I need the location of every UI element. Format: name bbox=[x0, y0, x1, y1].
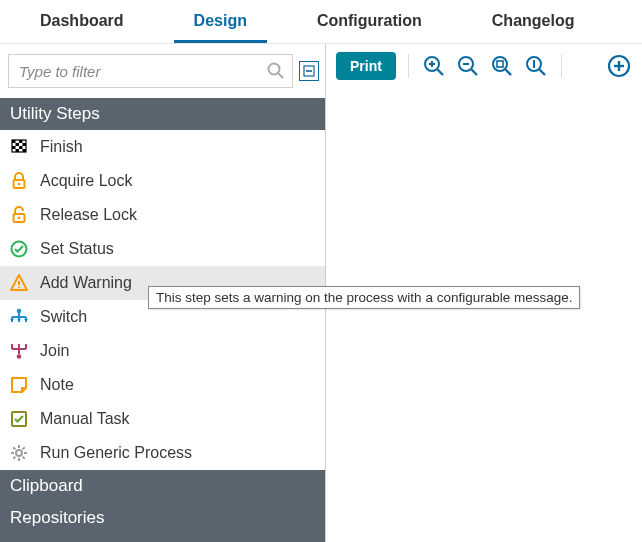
svg-line-1 bbox=[279, 74, 284, 79]
step-label: Run Generic Process bbox=[40, 444, 317, 462]
acquire-lock-icon bbox=[8, 170, 30, 192]
section-resource-tools[interactable]: Resource Tools bbox=[0, 534, 325, 542]
filter-input-wrap bbox=[8, 54, 293, 88]
tab-changelog[interactable]: Changelog bbox=[472, 2, 595, 43]
svg-line-50 bbox=[505, 70, 511, 76]
note-icon bbox=[8, 374, 30, 396]
step-label: Switch bbox=[40, 308, 317, 326]
svg-rect-6 bbox=[19, 140, 23, 143]
step-tooltip: This step sets a warning on the process … bbox=[148, 286, 580, 309]
step-note[interactable]: Note bbox=[0, 368, 325, 402]
step-label: Release Lock bbox=[40, 206, 317, 224]
canvas-toolbar: Print bbox=[326, 44, 642, 88]
search-icon[interactable] bbox=[260, 61, 292, 81]
warning-icon bbox=[8, 272, 30, 294]
svg-point-0 bbox=[269, 64, 280, 75]
manual-task-icon bbox=[8, 408, 30, 430]
step-label: Join bbox=[40, 342, 317, 360]
switch-icon bbox=[8, 306, 30, 328]
svg-rect-11 bbox=[16, 149, 20, 152]
zoom-fit-icon[interactable] bbox=[489, 53, 515, 79]
add-icon[interactable] bbox=[606, 53, 632, 79]
svg-line-40 bbox=[23, 447, 25, 449]
step-label: Finish bbox=[40, 138, 317, 156]
zoom-actual-icon[interactable] bbox=[523, 53, 549, 79]
tab-configuration[interactable]: Configuration bbox=[297, 2, 442, 43]
join-icon bbox=[8, 340, 30, 362]
separator bbox=[408, 54, 409, 78]
step-label: Note bbox=[40, 376, 317, 394]
svg-rect-5 bbox=[12, 140, 16, 143]
svg-point-19 bbox=[18, 287, 20, 289]
step-label: Manual Task bbox=[40, 410, 317, 428]
tab-dashboard[interactable]: Dashboard bbox=[20, 2, 144, 43]
svg-rect-51 bbox=[497, 61, 503, 67]
svg-point-20 bbox=[17, 309, 22, 314]
release-lock-icon bbox=[8, 204, 30, 226]
step-set-status[interactable]: Set Status bbox=[0, 232, 325, 266]
collapse-palette-button[interactable] bbox=[299, 61, 319, 81]
step-label: Acquire Lock bbox=[40, 172, 317, 190]
separator bbox=[561, 54, 562, 78]
step-manual-task[interactable]: Manual Task bbox=[0, 402, 325, 436]
step-finish[interactable]: Finish bbox=[0, 130, 325, 164]
svg-line-41 bbox=[13, 457, 15, 459]
step-release-lock[interactable]: Release Lock bbox=[0, 198, 325, 232]
section-repositories[interactable]: Repositories bbox=[0, 502, 325, 534]
svg-line-43 bbox=[437, 70, 443, 76]
svg-line-47 bbox=[471, 70, 477, 76]
zoom-out-icon[interactable] bbox=[455, 53, 481, 79]
svg-line-38 bbox=[13, 447, 15, 449]
svg-rect-9 bbox=[12, 146, 16, 149]
svg-point-14 bbox=[18, 183, 21, 186]
top-tabs: Dashboard Design Configuration Changelog bbox=[0, 0, 642, 44]
print-button[interactable]: Print bbox=[336, 52, 396, 80]
svg-rect-12 bbox=[23, 149, 27, 152]
svg-line-53 bbox=[539, 70, 545, 76]
step-join[interactable]: Join bbox=[0, 334, 325, 368]
svg-point-33 bbox=[16, 450, 22, 456]
palette-scroll[interactable]: Utility Steps Finish Acquire Lock bbox=[0, 98, 325, 542]
step-label: Set Status bbox=[40, 240, 317, 258]
finish-icon bbox=[8, 136, 30, 158]
svg-point-31 bbox=[17, 354, 22, 359]
svg-point-16 bbox=[18, 217, 21, 220]
svg-rect-10 bbox=[19, 146, 23, 149]
set-status-icon bbox=[8, 238, 30, 260]
gear-icon bbox=[8, 442, 30, 464]
svg-rect-8 bbox=[23, 143, 27, 146]
svg-point-49 bbox=[493, 57, 507, 71]
section-clipboard[interactable]: Clipboard bbox=[0, 470, 325, 502]
filter-input[interactable] bbox=[9, 57, 260, 86]
section-utility-steps[interactable]: Utility Steps bbox=[0, 98, 325, 130]
zoom-in-icon[interactable] bbox=[421, 53, 447, 79]
filter-row bbox=[0, 44, 325, 98]
svg-rect-7 bbox=[16, 143, 20, 146]
svg-line-39 bbox=[23, 457, 25, 459]
step-run-generic-process[interactable]: Run Generic Process bbox=[0, 436, 325, 470]
tab-design[interactable]: Design bbox=[174, 2, 267, 43]
step-acquire-lock[interactable]: Acquire Lock bbox=[0, 164, 325, 198]
